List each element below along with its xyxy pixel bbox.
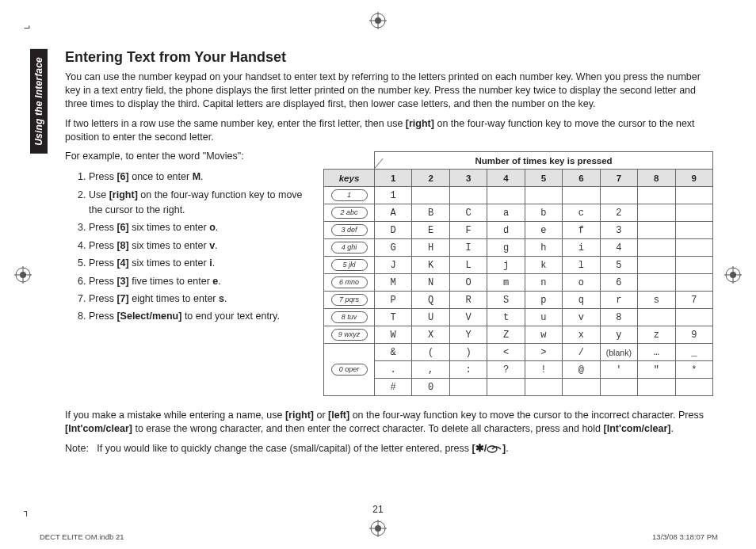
table-cell: s [638, 292, 675, 309]
table-cell [525, 187, 562, 204]
table-cell: G [375, 239, 412, 257]
table-cell: 6 [600, 274, 637, 292]
table-cell: … [638, 344, 675, 361]
table-cell: t [487, 309, 525, 326]
mistake-paragraph: If you make a mistake while entering a n… [65, 409, 713, 436]
list-item: Press [8] six times to enter v. [89, 238, 309, 254]
note-paragraph: Note: If you would like to quickly chang… [65, 442, 713, 456]
list-item: Use [right] on the four-way function key… [89, 188, 309, 219]
intro-paragraph-1: You can use the number keypad on your ha… [65, 71, 713, 111]
crop-mark-icon: ⌐ [24, 22, 30, 35]
table-col-header: 3 [449, 170, 487, 187]
table-cell: : [449, 361, 487, 379]
table-cell: ' [600, 361, 637, 379]
table-cell: B [412, 204, 449, 222]
table-cell: i [563, 239, 600, 257]
table-row: 9 wxyzWXYZwxyz9 [324, 326, 713, 344]
table-cell: y [600, 326, 637, 344]
table-row: 2 abcABCabc2 [324, 204, 713, 222]
table-cell [525, 379, 562, 396]
table-cell: k [525, 257, 562, 274]
tone-key-icon [487, 445, 502, 453]
table-cell: C [449, 204, 487, 222]
table-col-header: 4 [487, 170, 525, 187]
table-cell: w [525, 326, 562, 344]
table-cell [563, 379, 600, 396]
table-cell: E [412, 222, 449, 239]
table-keys-header: keys [324, 170, 375, 187]
table-cell: p [525, 292, 562, 309]
table-cell: m [487, 274, 525, 292]
table-cell [487, 187, 525, 204]
table-cell [638, 204, 675, 222]
table-row: #0 [324, 379, 713, 396]
table-cell: 8 [600, 309, 637, 326]
table-cell [638, 274, 675, 292]
table-cell: (blank) [600, 344, 637, 361]
section-tab: Using the Interface [30, 49, 48, 154]
table-cell [487, 379, 525, 396]
table-cell: 3 [600, 222, 637, 239]
table-cell: P [375, 292, 412, 309]
table-cell: 9 [675, 326, 713, 344]
table-col-header: 5 [525, 170, 562, 187]
table-cell: J [375, 257, 412, 274]
table-cell [412, 187, 449, 204]
table-row: 4 ghiGHIghi4 [324, 239, 713, 257]
table-cell: c [563, 204, 600, 222]
table-cell: j [487, 257, 525, 274]
table-cell: a [487, 204, 525, 222]
intro-paragraph-2: If two letters in a row use the same num… [65, 117, 713, 144]
table-col-header: 7 [600, 170, 637, 187]
keycap: 9 wxyz [324, 326, 375, 344]
keycap: 2 abc [324, 204, 375, 222]
table-cell: # [375, 379, 412, 396]
table-row: 11 [324, 187, 713, 204]
table-cell: _ [675, 344, 713, 361]
registration-mark-icon [14, 266, 32, 284]
table-title: Number of times key is pressed [375, 152, 713, 170]
table-cell: 2 [600, 204, 637, 222]
table-cell: ) [449, 344, 487, 361]
keycap: 7 pqrs [324, 292, 375, 309]
table-cell: K [412, 257, 449, 274]
table-cell: f [563, 222, 600, 239]
table-cell: u [525, 309, 562, 326]
table-cell: ( [412, 344, 449, 361]
table-cell: X [412, 326, 449, 344]
table-cell: / [563, 344, 600, 361]
table-row: 7 pqrsPQRSpqrs7 [324, 292, 713, 309]
table-cell: q [563, 292, 600, 309]
table-cell: * [675, 361, 713, 379]
table-row: .,:?!@'"* [324, 361, 713, 379]
table-cell: F [449, 222, 487, 239]
table-cell [675, 379, 713, 396]
table-cell: x [563, 326, 600, 344]
table-cell: S [487, 292, 525, 309]
table-cell: l [563, 257, 600, 274]
table-cell [675, 204, 713, 222]
table-cell: e [525, 222, 562, 239]
table-cell: D [375, 222, 412, 239]
table-cell [563, 187, 600, 204]
table-cell: < [487, 344, 525, 361]
example-intro: For example, to enter the word "Movies": [65, 150, 309, 163]
table-cell: n [525, 274, 562, 292]
table-cell [449, 187, 487, 204]
table-cell [600, 379, 637, 396]
table-cell: 7 [675, 292, 713, 309]
table-cell: o [563, 274, 600, 292]
list-item: Press [7] eight times to enter s. [89, 292, 309, 307]
table-cell: , [412, 361, 449, 379]
table-cell: T [375, 309, 412, 326]
table-cell [675, 239, 713, 257]
keycap: 8 tuv [324, 309, 375, 326]
table-cell: W [375, 326, 412, 344]
table-col-header: 8 [638, 170, 675, 187]
table-cell: @ [563, 361, 600, 379]
table-cell: . [375, 361, 412, 379]
table-col-header: 2 [412, 170, 449, 187]
table-cell: I [449, 239, 487, 257]
table-cell: > [525, 344, 562, 361]
page-heading: Entering Text from Your Handset [65, 49, 713, 66]
